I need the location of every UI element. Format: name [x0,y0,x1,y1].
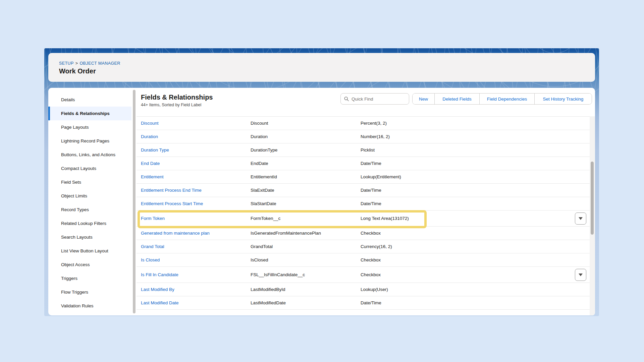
breadcrumb-setup-link[interactable]: SETUP [59,61,74,66]
sidebar-item-list-view-button-layout[interactable]: List View Button Layout [48,244,131,258]
sidebar-item-compact-layouts[interactable]: Compact Layouts [48,162,131,175]
field-data-type-cell: Date/Time [361,201,590,206]
field-label-cell: Discount [141,121,251,126]
field-label-link[interactable]: Form Token [141,216,165,221]
field-data-type-cell: Picklist [361,147,590,153]
sidebar-item-label: Fields & Relationships [61,111,110,116]
breadcrumb-separator: > [75,61,78,66]
field-label-cell: Entitlement Process End Time [141,188,251,193]
new-button[interactable]: New [413,94,434,104]
field-label-link[interactable]: Entitlement [141,174,164,179]
sidebar-item-label: Compact Layouts [61,166,96,171]
field-label-link[interactable]: Duration [141,134,158,139]
sidebar-item-label: Lightning Record Pages [61,138,109,143]
panel-title: Fields & Relationships [141,94,213,101]
field-row: Last Modified DateLastModifiedDateDate/T… [137,296,590,310]
field-row: Grand TotalGrandTotalCurrency(16, 2) [137,240,590,253]
sidebar-item-record-types[interactable]: Record Types [48,203,131,217]
field-label-link[interactable]: Is Fill In Candidate [141,272,178,277]
field-label-link[interactable]: Is Closed [141,257,160,262]
table-scrollbar-thumb[interactable] [591,162,594,235]
field-label-cell: Generated from maintenance plan [141,231,251,236]
field-api-name-cell: IsGeneratedFromMaintenancePlan [251,231,361,236]
field-api-name-cell: DurationType [251,147,361,153]
field-label-link[interactable]: Entitlement Process Start Time [141,201,203,206]
sidebar-item-lightning-record-pages[interactable]: Lightning Record Pages [48,134,131,148]
field-label-cell: Duration Type [141,147,251,153]
sidebar-item-label: Flow Triggers [61,290,88,295]
field-label-cell: Is Closed [141,257,251,262]
field-api-name-cell: FormToken__c [251,216,361,221]
sidebar-item-label: Triggers [61,276,77,281]
field-label-link[interactable]: Grand Total [141,244,164,249]
field-data-type-cell: Checkbox [361,231,590,236]
field-api-name-cell: Discount [251,121,361,126]
field-label-link[interactable]: Entitlement Process End Time [141,188,202,193]
sidebar-item-label: Related Lookup Filters [61,221,106,226]
field-data-type-cell: Lookup(User) [361,287,590,292]
field-data-type-cell: Checkbox [361,272,590,277]
field-label-cell: Duration [141,134,251,139]
sidebar-item-label: Search Layouts [61,235,93,240]
field-api-name-cell: SlaExitDate [251,188,361,193]
sidebar-item-label: Object Access [61,262,90,267]
sidebar-scrollbar-thumb[interactable] [133,90,136,313]
field-row: Is Fill In CandidateFSL__IsFillInCandida… [137,267,590,283]
field-api-name-cell: IsClosed [251,257,361,262]
sidebar-item-field-sets[interactable]: Field Sets [48,175,131,189]
quick-find-input[interactable] [352,97,402,102]
sidebar-item-flow-triggers[interactable]: Flow Triggers [48,285,131,299]
field-label-cell: Last Modified By [141,287,251,292]
sidebar-item-object-access[interactable]: Object Access [48,258,131,272]
field-label-link[interactable]: Duration Type [141,147,169,153]
sidebar-item-label: Field Sets [61,180,81,185]
sidebar-item-buttons-links-and-actions[interactable]: Buttons, Links, and Actions [48,148,131,162]
selected-item-accent-bar [48,107,50,120]
object-manager-sidebar: DetailsFields & RelationshipsPage Layout… [48,88,131,315]
field-api-name-cell: FSL__IsFillInCandidate__c [251,272,361,277]
field-api-name-cell: EntitlementId [251,174,361,179]
field-data-type-cell: Long Text Area(131072) [361,216,590,221]
sidebar-item-validation-rules[interactable]: Validation Rules [48,299,131,313]
field-row: Last Modified ByLastModifiedByIdLookup(U… [137,283,590,296]
sidebar-item-label: Buttons, Links, and Actions [61,152,115,157]
field-label-link[interactable]: Generated from maintenance plan [141,231,210,236]
setup-window: SETUP>OBJECT MANAGER Work Order DetailsF… [44,48,599,316]
sidebar-item-details[interactable]: Details [48,93,131,107]
field-row: Entitlement Process Start TimeSlaStartDa… [137,197,590,210]
field-label-cell: Entitlement [141,174,251,179]
row-actions-dropdown-button[interactable] [575,269,586,281]
field-dependencies-button[interactable]: Field Dependencies [479,94,534,104]
field-data-type-cell: Checkbox [361,257,590,262]
sidebar-item-label: Validation Rules [61,303,94,308]
field-label-link[interactable]: Last Modified Date [141,300,179,305]
field-label-link[interactable]: Last Modified By [141,287,174,292]
field-row: Form TokenFormToken__cLong Text Area(131… [137,210,590,227]
sidebar-item-fields-relationships[interactable]: Fields & Relationships [48,107,131,120]
sidebar-item-triggers[interactable]: Triggers [48,272,131,285]
row-actions-dropdown-button[interactable] [575,213,586,225]
field-row: End DateEndDateDate/Time [137,157,590,170]
field-label-link[interactable]: End Date [141,161,160,166]
sidebar-item-search-layouts[interactable]: Search Layouts [48,230,131,244]
table-scrollbar[interactable] [590,116,595,315]
fields-relationships-panel: Fields & Relationships 44+ Items, Sorted… [137,88,595,315]
field-label-link[interactable]: Discount [141,121,159,126]
chevron-down-icon [579,274,583,276]
field-row: Duration TypeDurationTypePicklist [137,143,590,157]
field-row: DurationDurationNumber(16, 2) [137,130,590,143]
field-api-name-cell: SlaStartDate [251,201,361,206]
deleted-fields-button[interactable]: Deleted Fields [434,94,479,104]
field-data-type-cell: Date/Time [361,161,590,166]
field-data-type-cell: Lookup(Entitlement) [361,174,590,179]
sidebar-item-object-limits[interactable]: Object Limits [48,189,131,203]
sidebar-item-page-layouts[interactable]: Page Layouts [48,120,131,134]
breadcrumb-object-manager-link[interactable]: OBJECT MANAGER [79,61,120,66]
field-api-name-cell: Duration [251,134,361,139]
sidebar-item-related-lookup-filters[interactable]: Related Lookup Filters [48,217,131,230]
sidebar-item-label: Details [61,97,75,102]
field-label-cell: End Date [141,161,251,166]
sidebar-scrollbar[interactable] [132,89,136,314]
field-api-name-cell: LastModifiedById [251,287,361,292]
set-history-tracking-button[interactable]: Set History Tracking [534,94,592,104]
